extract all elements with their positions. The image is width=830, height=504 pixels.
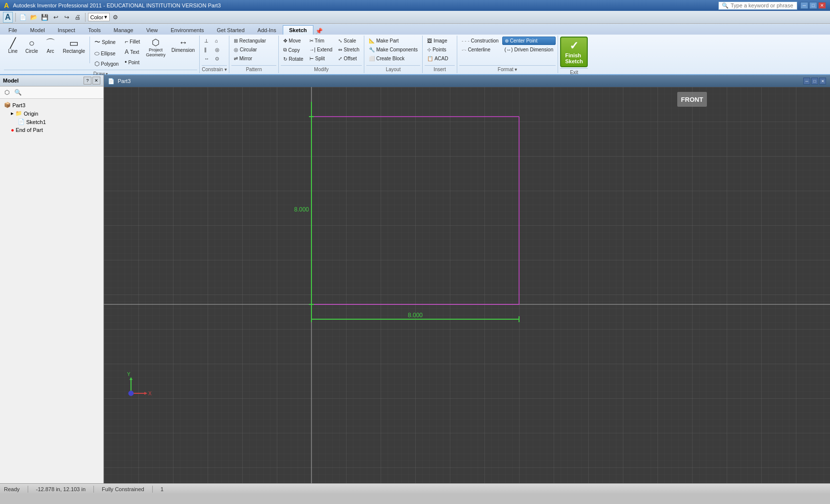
constrain-btn4[interactable]: ⌂ — [213, 37, 222, 45]
tab-inspect[interactable]: Inspect — [51, 25, 82, 35]
spline-button[interactable]: 〜 Spline — [92, 37, 121, 48]
save-button[interactable]: 💾 — [40, 12, 50, 22]
mirror-label: Mirror — [239, 56, 252, 61]
tab-environments[interactable]: Environments — [164, 25, 210, 35]
scale-button[interactable]: ⤡ Scale — [336, 37, 362, 45]
polygon-button[interactable]: ⬡ Polygon — [92, 59, 121, 69]
tab-model[interactable]: Model — [24, 25, 51, 35]
svg-text:8.000: 8.000 — [408, 312, 423, 319]
move-button[interactable]: ✥ Move — [281, 37, 306, 45]
redo-button[interactable]: ↪ — [62, 12, 72, 22]
make-part-icon: 📐 — [369, 38, 375, 43]
scale-label: Scale — [344, 38, 356, 43]
arc-button[interactable]: ⌒ Arc — [42, 37, 59, 55]
color-dropdown[interactable]: Color ▾ — [88, 13, 110, 21]
constrain-btn6[interactable]: ⊙ — [213, 54, 222, 63]
points-button[interactable]: ⊹ Points — [425, 45, 451, 54]
model-tree: 📦 Part3 ▸ 📁 Origin 📄 Sketch1 ● End of Pa… — [0, 99, 103, 483]
trim-icon: ✂ — [309, 38, 313, 43]
qat-extra1[interactable]: ⚙ — [111, 12, 121, 22]
text-icon: A — [125, 48, 129, 55]
main-area: Model ? ✕ ⬡ 🔍 📦 Part3 ▸ 📁 Origin 📄 Sketc… — [0, 75, 830, 483]
tab-addins[interactable]: Add-Ins — [251, 25, 283, 35]
tab-sketch[interactable]: Sketch — [283, 25, 313, 35]
close-button[interactable]: ✕ — [818, 2, 826, 9]
dimension-icon: ↔ — [178, 38, 187, 47]
circle-icon: ○ — [29, 38, 35, 48]
ellipse-icon: ⬭ — [94, 50, 99, 57]
constrain-btn5[interactable]: ◎ — [213, 45, 222, 54]
tab-view[interactable]: View — [140, 25, 165, 35]
tab-file[interactable]: File — [2, 25, 24, 35]
trim-button[interactable]: ✂ Trim — [307, 37, 335, 45]
split-button[interactable]: ⊢ Split — [307, 54, 335, 63]
dimension-button[interactable]: ↔ Dimension — [169, 37, 197, 54]
tab-getstarted[interactable]: Get Started — [211, 25, 251, 35]
split-icon: ⊢ — [309, 56, 314, 61]
undo-button[interactable]: ↩ — [51, 12, 61, 22]
group-insert: 🖼 Image ⊹ Points 📋 ACAD Insert — [423, 36, 457, 73]
maximize-button[interactable]: □ — [809, 2, 817, 9]
constrain-btn1[interactable]: ⊥ — [202, 37, 212, 45]
circle-button[interactable]: ○ Circle — [23, 37, 41, 55]
make-part-button[interactable]: 📐 Make Part — [366, 37, 420, 45]
minimize-button[interactable]: ─ — [800, 2, 808, 9]
rectangle-icon: ▭ — [69, 38, 79, 48]
construction-icon: - - - — [462, 38, 470, 43]
rotate-button[interactable]: ↻ Rotate — [281, 55, 306, 63]
line-button[interactable]: ╱ Line — [4, 37, 22, 55]
print-button[interactable]: 🖨 — [73, 12, 83, 22]
draw-col2: 〜 Spline ⬭ Ellipse ⬡ Polygon — [92, 37, 121, 69]
canvas-minimize-button[interactable]: ─ — [803, 78, 810, 84]
offset-button[interactable]: ⤢ Offset — [336, 54, 362, 63]
tree-item-sketch1[interactable]: 📄 Sketch1 — [2, 118, 101, 126]
new-button[interactable]: 📄 — [18, 12, 28, 22]
project-geometry-label: ProjectGeometry — [146, 47, 166, 57]
circle-label: Circle — [25, 48, 38, 54]
image-button[interactable]: 🖼 Image — [425, 37, 451, 45]
canvas-close-button[interactable]: ✕ — [819, 78, 826, 84]
make-components-button[interactable]: 🔧 Make Components — [366, 45, 420, 54]
extend-button[interactable]: →| Extend — [307, 45, 335, 54]
project-geometry-button[interactable]: ⬡ ProjectGeometry — [143, 37, 168, 59]
construction-button[interactable]: - - - Construction — [459, 37, 501, 45]
mirror-button[interactable]: ⇌ Mirror — [231, 54, 268, 63]
panel-help-button[interactable]: ? — [84, 77, 91, 84]
open-button[interactable]: 📂 — [29, 12, 39, 22]
acad-button[interactable]: 📋 ACAD — [425, 54, 451, 63]
rectangular-button[interactable]: ⊞ Rectangular — [231, 37, 268, 45]
tab-tools[interactable]: Tools — [82, 25, 107, 35]
create-block-button[interactable]: ⬜ Create Block — [366, 54, 420, 63]
copy-button[interactable]: ⧉ Copy — [281, 45, 306, 54]
fillet-button[interactable]: ⌐ Fillet — [122, 37, 142, 46]
constrain-btn3[interactable]: ↔ — [202, 54, 212, 63]
search-tree-button[interactable]: 🔍 — [13, 87, 23, 97]
tree-item-part3[interactable]: 📦 Part3 — [2, 101, 101, 109]
stretch-icon: ⇔ — [338, 47, 342, 52]
centerline-button[interactable]: -·- Centerline — [459, 45, 501, 54]
tree-item-origin[interactable]: ▸ 📁 Origin — [2, 109, 101, 118]
make-components-label: Make Components — [376, 47, 418, 52]
filter-button[interactable]: ⬡ — [2, 87, 12, 97]
project-geometry-icon: ⬡ — [152, 38, 160, 47]
point-button[interactable]: • Point — [122, 57, 142, 67]
center-point-button[interactable]: ⊕ Center Point — [502, 37, 556, 45]
grid-canvas[interactable]: 8.000 8.000 — [104, 87, 830, 483]
search-input[interactable] — [731, 2, 795, 8]
app-title: Autodesk Inventor Professional 2011 - ED… — [13, 2, 221, 8]
create-block-label: Create Block — [376, 56, 404, 61]
text-button[interactable]: A Text — [122, 47, 142, 57]
constrain-btn2[interactable]: ∥ — [202, 45, 212, 54]
ellipse-button[interactable]: ⬭ Ellipse — [92, 48, 121, 58]
finish-sketch-button[interactable]: ✓ FinishSketch — [560, 37, 588, 67]
stretch-button[interactable]: ⇔ Stretch — [336, 45, 362, 54]
driven-dimension-button[interactable]: (↔) Driven Dimension — [502, 45, 556, 54]
tab-manage[interactable]: Manage — [107, 25, 140, 35]
tree-item-end-of-part[interactable]: ● End of Part — [2, 126, 101, 134]
circular-button[interactable]: ◎ Circular — [231, 45, 268, 54]
constrain-icon4: ⌂ — [215, 38, 218, 43]
canvas-maximize-button[interactable]: □ — [811, 78, 818, 84]
panel-close-button[interactable]: ✕ — [92, 77, 100, 84]
tab-pin[interactable]: 📌 — [315, 28, 323, 35]
rectangle-button[interactable]: ▭ Rectangle — [60, 37, 87, 55]
